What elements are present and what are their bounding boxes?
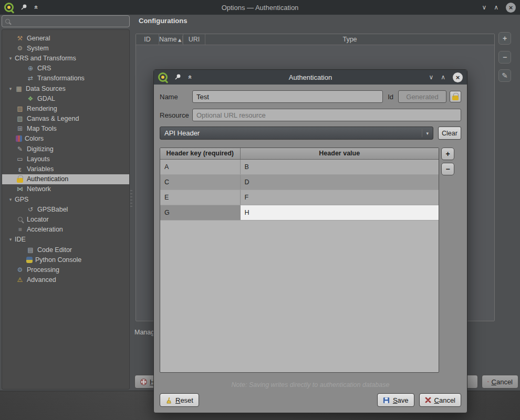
gpsbabel-icon: ↺ <box>26 206 35 213</box>
table-row[interactable]: CD <box>160 174 439 190</box>
sidebar-item-label: Authentication <box>27 175 68 183</box>
sidebar-item-code-editor[interactable]: ▤Code Editor <box>2 245 129 255</box>
column-header: Header key (required) <box>160 148 240 159</box>
maximize-icon[interactable]: ∧ <box>494 4 498 11</box>
expander-icon[interactable]: ▾ <box>6 86 15 91</box>
table-row[interactable]: EF <box>160 190 439 205</box>
pin-icon[interactable] <box>20 4 27 11</box>
header-cell[interactable]: H <box>240 205 439 220</box>
header-cell[interactable]: B <box>240 159 439 174</box>
sidebar-item-locator[interactable]: Locator <box>2 214 129 224</box>
colors-icon <box>16 135 22 142</box>
sidebar-item-python-console[interactable]: Python Console <box>2 255 129 265</box>
sidebar-item-gpsbabel[interactable]: ↺GPSBabel <box>2 204 129 214</box>
sidebar-item-authentication[interactable]: Authentication <box>2 174 129 184</box>
sidebar-item-layouts[interactable]: ▭Layouts <box>2 154 129 164</box>
clear-button[interactable]: Clear <box>438 127 461 140</box>
transform-icon: ⇄ <box>26 75 35 82</box>
column-header-name[interactable]: Name▴ <box>159 34 183 45</box>
manage-label: Manag <box>134 329 154 336</box>
wrench-icon: ⚙ <box>16 45 24 52</box>
options-cancel-button[interactable]: Cancel <box>482 375 518 388</box>
reset-button[interactable]: Reset <box>160 393 199 407</box>
dialog-cancel-button[interactable]: Cancel <box>419 393 461 407</box>
sidebar-item-ide[interactable]: ▾IDE <box>2 235 129 245</box>
sidebar-item-map-tools[interactable]: ⊞Map Tools <box>2 124 129 134</box>
name-field[interactable] <box>192 90 383 103</box>
sidebar-item-canvas-legend[interactable]: ▧Canvas & Legend <box>2 114 129 124</box>
resource-field[interactable] <box>192 109 461 121</box>
sidebar-item-crs-and-transforms[interactable]: ▾CRS and Transforms <box>2 53 129 63</box>
configurations-heading: Configurations <box>139 17 187 25</box>
sidebar-item-label: IDE <box>15 236 26 243</box>
remove-header-button[interactable]: − <box>441 163 454 175</box>
column-header-id[interactable]: ID <box>136 34 159 45</box>
pin-icon[interactable] <box>174 74 181 81</box>
id-lock-button[interactable] <box>450 91 461 102</box>
sidebar-item-network[interactable]: ⋈Network <box>2 184 129 194</box>
minimize-icon[interactable]: ∨ <box>482 4 486 11</box>
column-header-type[interactable]: Type <box>205 34 494 45</box>
layouts-icon: ▭ <box>16 155 24 163</box>
canvas-icon: ▧ <box>16 115 24 122</box>
settings-search[interactable] <box>2 15 130 27</box>
sidebar-item-gdal[interactable]: ❖GDAL <box>2 93 129 103</box>
expander-icon[interactable]: ▾ <box>6 56 15 61</box>
minimize-icon[interactable]: ∨ <box>429 74 433 81</box>
save-icon <box>383 397 390 404</box>
sidebar-item-general[interactable]: ⚒General <box>2 33 129 43</box>
header-cell[interactable]: G <box>160 205 240 220</box>
file-code-icon: ▤ <box>26 246 35 254</box>
column-header-uri[interactable]: URI <box>183 34 205 45</box>
cancel-icon <box>425 397 431 403</box>
sidebar-item-transformations[interactable]: ⇄Transformations <box>2 74 129 83</box>
close-dialog-button[interactable]: × <box>453 72 463 82</box>
sidebar-item-variables[interactable]: εVariables <box>2 164 129 174</box>
sidebar-item-digitizing[interactable]: ✎Digitizing <box>2 144 129 154</box>
sidebar-item-processing[interactable]: ⚙Processing <box>2 265 129 275</box>
sidebar-item-label: Rendering <box>27 105 57 112</box>
sidebar-item-label: CRS and Transforms <box>15 55 76 62</box>
python-icon <box>26 257 33 263</box>
name-label: Name <box>160 93 192 101</box>
sidebar-item-label: Data Sources <box>26 85 66 92</box>
header-cell[interactable]: D <box>240 174 439 190</box>
edit-configuration-button[interactable]: ✎ <box>498 69 511 82</box>
table-row[interactable]: GH <box>160 205 439 220</box>
header-cell[interactable]: F <box>240 190 439 205</box>
sidebar-item-colors[interactable]: Colors <box>2 134 129 144</box>
sidebar-item-label: Canvas & Legend <box>27 115 79 122</box>
header-cell[interactable]: A <box>160 159 240 174</box>
sidebar-item-label: Code Editor <box>37 246 72 254</box>
save-button[interactable]: Save <box>377 393 414 407</box>
close-window-button[interactable]: × <box>506 3 516 13</box>
header-table-head: Header key (required)Header value <box>160 148 439 159</box>
sidebar-item-rendering[interactable]: ▨Rendering <box>2 103 129 113</box>
auth-method-select[interactable]: API Header ▾ <box>160 127 433 140</box>
sidebar-item-gps[interactable]: ▾GPS <box>2 194 129 204</box>
expander-icon[interactable]: ▾ <box>6 237 15 242</box>
qgis-logo-icon <box>158 72 168 82</box>
expander-icon[interactable]: ▾ <box>6 197 15 202</box>
add-header-button[interactable]: + <box>441 148 454 160</box>
maximize-icon[interactable]: ∧ <box>441 74 445 81</box>
sidebar-item-advanced[interactable]: ⚠Advanced <box>2 275 129 285</box>
shade-icon[interactable]: » <box>32 5 39 9</box>
header-table[interactable]: Header key (required)Header value ABCDEF… <box>160 148 439 220</box>
sidebar-item-acceleration[interactable]: ■Acceleration <box>2 225 129 235</box>
remove-configuration-button[interactable]: − <box>498 51 511 64</box>
shade-icon[interactable]: » <box>186 75 193 79</box>
sidebar-item-crs[interactable]: ⊕CRS <box>2 64 129 74</box>
header-cell[interactable]: E <box>160 190 240 205</box>
search-input[interactable] <box>13 18 126 25</box>
panel-splitter-handle[interactable] <box>130 190 132 208</box>
table-row[interactable]: AB <box>160 159 439 174</box>
authentication-titlebar: » Authentication ∨ ∧ × <box>154 70 467 85</box>
network-icon: ⋈ <box>16 185 24 193</box>
sidebar-item-data-sources[interactable]: ▾▦Data Sources <box>2 83 129 93</box>
sidebar-item-system[interactable]: ⚙System <box>2 43 129 53</box>
sidebar-item-label: Advanced <box>27 276 56 284</box>
header-cell[interactable]: C <box>160 174 240 190</box>
auth-method-value: API Header <box>164 129 200 137</box>
add-configuration-button[interactable]: + <box>498 32 511 45</box>
